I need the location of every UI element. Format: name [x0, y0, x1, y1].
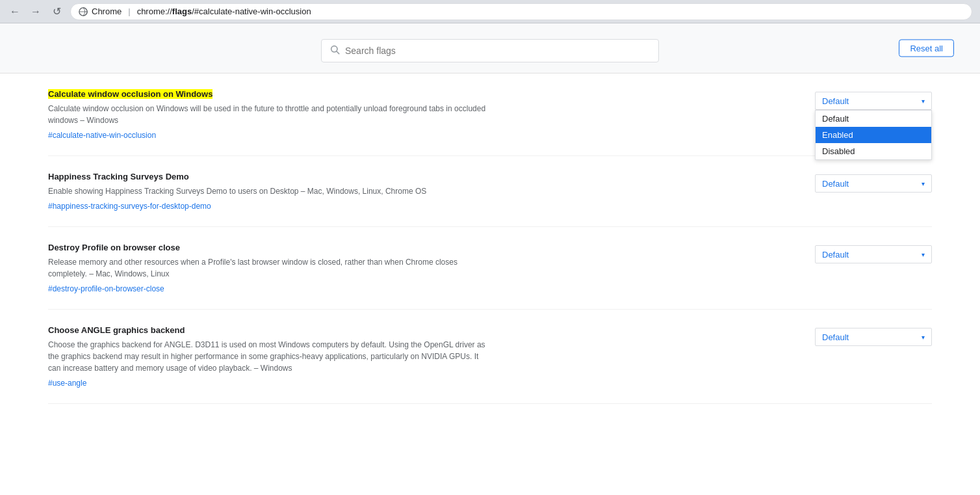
flag-info-calculate-window-occlusion: Calculate window occlusion on Windows Ca…: [48, 89, 490, 140]
flag-control-choose-angle: Default ▾: [815, 328, 932, 346]
site-icon: [79, 7, 88, 16]
chevron-down-icon: ▾: [922, 251, 925, 258]
dropdown-option-enabled[interactable]: Enabled: [816, 127, 931, 143]
flag-control-happiness-tracking: Default ▾: [815, 174, 932, 193]
flag-item-calculate-window-occlusion: Calculate window occlusion on Windows Ca…: [48, 74, 932, 156]
back-icon: ←: [10, 6, 20, 18]
flag-anchor-destroy-profile[interactable]: #destroy-profile-on-browser-close: [48, 284, 164, 293]
flag-title-calculate-window-occlusion: Calculate window occlusion on Windows: [48, 89, 490, 99]
flag-item-happiness-tracking: Happiness Tracking Surveys Demo Enable s…: [48, 156, 932, 227]
flag-dropdown-destroy-profile[interactable]: Default ▾: [815, 245, 932, 263]
flag-desc-happiness-tracking: Enable showing Happiness Tracking Survey…: [48, 185, 490, 197]
flag-title-destroy-profile: Destroy Profile on browser close: [48, 243, 490, 252]
flag-title-highlighted: Calculate window occlusion on Windows: [48, 89, 213, 99]
flag-info-happiness-tracking: Happiness Tracking Surveys Demo Enable s…: [48, 172, 490, 211]
chevron-down-icon: ▾: [922, 98, 925, 105]
search-input[interactable]: [345, 46, 651, 56]
forward-icon: →: [31, 6, 41, 18]
flag-dropdown-calculate-window-occlusion[interactable]: Default ▾: [815, 92, 932, 110]
flag-item-choose-angle: Choose ANGLE graphics backend Choose the…: [48, 310, 932, 404]
url-suffix: /#calculate-native-win-occlusion: [192, 7, 311, 16]
flag-item-destroy-profile: Destroy Profile on browser close Release…: [48, 227, 932, 310]
search-area: Reset all: [0, 23, 980, 74]
search-icon: [329, 44, 340, 57]
flag-desc-calculate-window-occlusion: Calculate window occlusion on Windows wi…: [48, 103, 490, 126]
flag-title-choose-angle: Choose ANGLE graphics backend: [48, 325, 490, 335]
flag-control-destroy-profile: Default ▾: [815, 245, 932, 263]
search-wrapper: [321, 39, 659, 62]
page-content: Reset all Calculate window occlusion on …: [0, 23, 980, 495]
flags-list: Calculate window occlusion on Windows Ca…: [22, 74, 958, 404]
url-separator: |: [128, 7, 130, 16]
flag-dropdown-happiness-tracking[interactable]: Default ▾: [815, 174, 932, 193]
svg-line-2: [337, 51, 339, 54]
forward-button[interactable]: →: [29, 5, 43, 19]
dropdown-option-disabled[interactable]: Disabled: [816, 143, 931, 159]
flag-anchor-choose-angle[interactable]: #use-angle: [48, 379, 86, 388]
back-button[interactable]: ←: [8, 5, 22, 19]
chevron-down-icon: ▾: [922, 180, 925, 187]
dropdown-value: Default: [822, 250, 849, 260]
dropdown-value: Default: [822, 96, 849, 106]
flag-desc-choose-angle: Choose the graphics backend for ANGLE. D…: [48, 339, 490, 374]
reload-button[interactable]: ↺: [49, 5, 64, 19]
flag-anchor-calculate-window-occlusion[interactable]: #calculate-native-win-occlusion: [48, 131, 156, 140]
browser-chrome: ← → ↺ Chrome | chrome://flags/#calculate…: [0, 0, 980, 23]
url-display: chrome://flags/#calculate-native-win-occ…: [137, 7, 311, 16]
flag-anchor-happiness-tracking[interactable]: #happiness-tracking-surveys-for-desktop-…: [48, 202, 211, 211]
url-prefix: chrome://: [137, 7, 172, 16]
flag-control-calculate-window-occlusion: Default ▾ Default Enabled Disabled: [815, 92, 932, 110]
flag-desc-destroy-profile: Release memory and other resources when …: [48, 256, 490, 280]
site-title: Chrome: [92, 7, 122, 16]
dropdown-value: Default: [822, 179, 849, 189]
url-flags: flags: [172, 7, 192, 16]
reload-icon: ↺: [53, 5, 61, 18]
flag-info-choose-angle: Choose ANGLE graphics backend Choose the…: [48, 325, 490, 388]
address-bar[interactable]: Chrome | chrome://flags/#calculate-nativ…: [70, 3, 972, 20]
flag-title-happiness-tracking: Happiness Tracking Surveys Demo: [48, 172, 490, 181]
flag-dropdown-choose-angle[interactable]: Default ▾: [815, 328, 932, 346]
dropdown-option-default[interactable]: Default: [816, 111, 931, 127]
dropdown-menu-calculate-window-occlusion: Default Enabled Disabled: [815, 110, 932, 160]
reset-all-button[interactable]: Reset all: [899, 40, 954, 57]
flag-info-destroy-profile: Destroy Profile on browser close Release…: [48, 243, 490, 293]
chevron-down-icon: ▾: [922, 334, 925, 341]
dropdown-value: Default: [822, 332, 849, 342]
